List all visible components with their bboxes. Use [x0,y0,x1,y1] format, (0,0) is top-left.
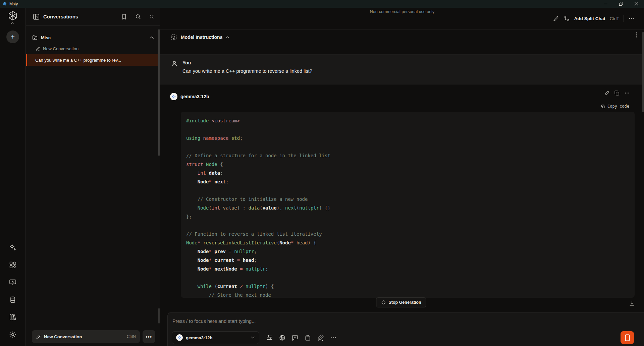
stop-send-button[interactable] [621,331,634,344]
stop-generation-button[interactable]: Stop Generation [376,297,426,307]
new-conversation-label: New Conversation [44,334,124,339]
copy-code-button[interactable]: Copy code [170,102,629,110]
copy-message-icon[interactable] [614,90,620,96]
chevron-down-icon [251,336,255,339]
workspace-logo[interactable] [6,10,19,26]
panel-scrollbar-thumb[interactable] [158,29,160,156]
library-icon[interactable] [9,313,17,321]
sliders-icon[interactable] [266,334,273,341]
scroll-download-icon[interactable] [629,300,635,307]
message-more-icon[interactable] [624,90,630,96]
screen-share-icon[interactable] [9,278,17,286]
panel-title: Conversations [43,14,78,19]
header-more-icon[interactable] [628,15,635,22]
chat-header: Add Split Chat CtrlT [160,8,644,30]
prompt-icon[interactable] [291,334,299,341]
close-button[interactable] [629,0,644,8]
model-instructions-row[interactable]: Model Instructions [160,30,642,55]
split-chat-icon[interactable] [564,15,570,22]
chat-main: Non-commercial personal use only Add Spl… [160,8,644,346]
bookmark-icon[interactable] [121,13,127,20]
composer: Press / to focus here and start typing..… [167,312,644,346]
settings-gear-icon[interactable] [9,331,17,339]
app-logo-icon [3,2,7,6]
model-selector[interactable]: gemma3:12b [172,331,259,344]
pencil-icon [36,334,41,339]
chat-scrollbar-thumb[interactable] [642,32,644,112]
add-split-chat-shortcut: CtrlT [610,16,619,21]
model-name: gemma3:12b [186,335,248,340]
stack-icon[interactable] [9,296,17,304]
sparkles-icon[interactable] [9,243,17,251]
assistant-avatar [170,93,177,100]
panel-scrollbar-thumb-lower[interactable] [158,308,160,324]
minimize-button[interactable] [598,0,613,8]
conversations-panel: Conversations Misc [25,8,160,346]
web-search-disabled-icon[interactable] [279,334,286,341]
chevron-up-icon[interactable] [150,36,154,39]
workspace-chevron-icon[interactable] [11,22,14,24]
conversation-item-new[interactable]: New Conversation [26,43,160,54]
conversation-label: Can you write me a C++ programme to rev.… [35,58,121,63]
chat-scroll-area: Model Instructions You Can you write me … [160,30,642,312]
stop-generation-label: Stop Generation [388,300,421,305]
composer-more-icon[interactable] [330,334,337,341]
user-name: You [182,60,312,65]
user-avatar-icon [171,60,178,67]
code-block: #include <iostream> using namespace std;… [181,112,635,298]
composer-input[interactable]: Press / to focus here and start typing..… [168,312,644,324]
conversation-label: New Conversation [43,46,78,51]
copy-icon [601,104,605,109]
apps-grid-icon[interactable] [9,261,17,269]
titlebar: Msty [0,0,644,8]
spinner-icon [381,300,386,305]
model-avatar [176,334,183,341]
folder-misc[interactable]: Misc [26,32,160,43]
conversation-item-selected[interactable]: Can you write me a C++ programme to rev.… [26,54,160,66]
panel-more-button[interactable]: ••• [143,330,155,343]
search-icon[interactable] [135,13,142,20]
panel-toggle-icon[interactable] [33,13,40,20]
assistant-message: gemma3:12b Cop [160,85,642,298]
new-conversation-shortcut: CtrlN [127,334,136,339]
window-title: Msty [9,2,18,6]
assistant-model-name: gemma3:12b [180,94,209,99]
device-icon [625,334,630,341]
add-split-chat-button[interactable]: Add Split Chat [574,16,605,21]
model-instructions-icon [170,34,177,41]
conversation-list: Misc New Conversation Can you write me a… [26,26,160,327]
user-message-text: Can you write me a C++ programme to reve… [182,68,312,74]
model-instructions-label: Model Instructions [181,35,222,40]
copy-code-label: Copy code [607,104,629,109]
edit-chat-icon[interactable] [553,15,559,22]
nav-rail: + [0,8,25,346]
folder-icon [32,35,38,41]
attach-icon[interactable] [317,334,324,341]
pencil-plus-icon [35,46,40,51]
knowledge-stack-icon[interactable] [304,334,311,341]
code-content: #include <iostream> using namespace std;… [186,116,635,298]
user-message: You Can you write me a C++ programme to … [160,55,642,85]
chevron-up-icon [226,36,229,39]
folder-name: Misc [41,35,147,40]
edit-message-icon[interactable] [604,90,610,96]
add-button[interactable]: + [6,31,19,43]
new-conversation-button[interactable]: New Conversation CtrlN [32,330,140,343]
maximize-button[interactable] [613,0,629,8]
collapse-panel-icon[interactable] [149,14,155,19]
